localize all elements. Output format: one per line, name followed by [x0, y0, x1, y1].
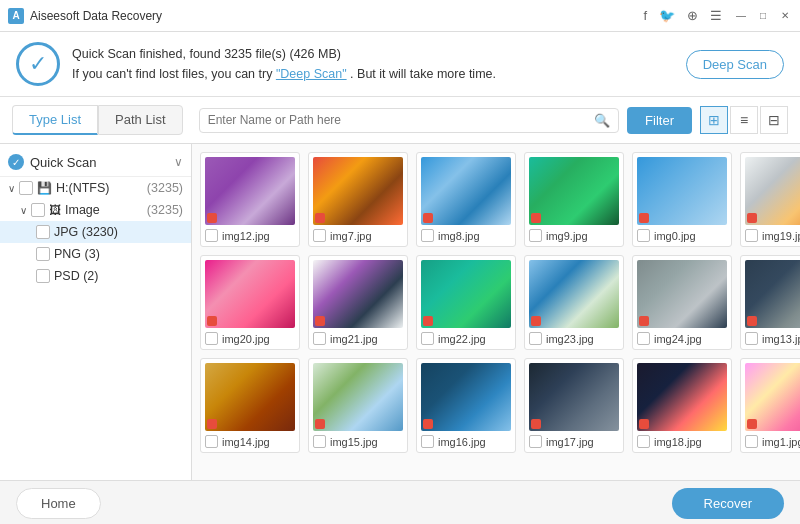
png-checkbox[interactable]: [36, 247, 50, 261]
file-delete-icon[interactable]: [315, 419, 325, 429]
file-delete-icon[interactable]: [423, 316, 433, 326]
file-delete-icon[interactable]: [747, 316, 757, 326]
app-icon: A: [8, 8, 24, 24]
file-item[interactable]: img21.jpg: [308, 255, 408, 350]
file-item[interactable]: img20.jpg: [200, 255, 300, 350]
file-thumbnail: [529, 260, 619, 328]
grid-view-button[interactable]: ⊞: [700, 106, 728, 134]
tab-path-list[interactable]: Path List: [98, 105, 183, 135]
file-delete-icon[interactable]: [423, 419, 433, 429]
quick-scan-row[interactable]: ✓ Quick Scan ∨: [0, 148, 191, 177]
file-checkbox[interactable]: [205, 435, 218, 448]
close-button[interactable]: ✕: [778, 9, 792, 23]
list-view-button[interactable]: ≡: [730, 106, 758, 134]
file-checkbox[interactable]: [313, 332, 326, 345]
png-label: PNG (3): [54, 247, 183, 261]
file-checkbox[interactable]: [637, 435, 650, 448]
file-checkbox[interactable]: [313, 435, 326, 448]
file-item[interactable]: img23.jpg: [524, 255, 624, 350]
file-checkbox[interactable]: [313, 229, 326, 242]
twitter-icon[interactable]: 🐦: [659, 8, 675, 23]
file-thumbnail: [421, 260, 511, 328]
file-item[interactable]: img0.jpg: [632, 152, 732, 247]
file-checkbox[interactable]: [745, 332, 758, 345]
details-view-button[interactable]: ⊟: [760, 106, 788, 134]
file-checkbox[interactable]: [205, 332, 218, 345]
file-item[interactable]: img17.jpg: [524, 358, 624, 453]
file-item[interactable]: img14.jpg: [200, 358, 300, 453]
file-delete-icon[interactable]: [639, 213, 649, 223]
file-checkbox[interactable]: [745, 229, 758, 242]
file-delete-icon[interactable]: [531, 213, 541, 223]
file-delete-icon[interactable]: [207, 419, 217, 429]
file-delete-icon[interactable]: [207, 316, 217, 326]
file-checkbox[interactable]: [421, 435, 434, 448]
file-delete-icon[interactable]: [747, 213, 757, 223]
file-checkbox[interactable]: [529, 435, 542, 448]
file-item[interactable]: img24.jpg: [632, 255, 732, 350]
image-checkbox[interactable]: [31, 203, 45, 217]
file-item[interactable]: img16.jpg: [416, 358, 516, 453]
tab-type-list[interactable]: Type List: [12, 105, 98, 135]
file-checkbox[interactable]: [421, 229, 434, 242]
title-bar-left: A Aiseesoft Data Recovery: [8, 8, 162, 24]
file-delete-icon[interactable]: [315, 316, 325, 326]
file-item[interactable]: img1.jpg: [740, 358, 800, 453]
file-name: img16.jpg: [438, 436, 511, 448]
psd-checkbox[interactable]: [36, 269, 50, 283]
file-checkbox[interactable]: [637, 332, 650, 345]
main-content: ✓ Quick Scan ∨ ∨ 💾 H:(NTFS) (3235) ∨ 🖼 I…: [0, 144, 800, 480]
filter-button[interactable]: Filter: [627, 107, 692, 134]
sidebar-item-drive[interactable]: ∨ 💾 H:(NTFS) (3235): [0, 177, 191, 199]
recover-button[interactable]: Recover: [672, 488, 784, 519]
file-thumbnail: [313, 157, 403, 225]
deep-scan-link[interactable]: "Deep Scan": [276, 67, 347, 81]
file-item[interactable]: img12.jpg: [200, 152, 300, 247]
psd-label: PSD (2): [54, 269, 183, 283]
file-checkbox[interactable]: [421, 332, 434, 345]
file-delete-icon[interactable]: [531, 316, 541, 326]
quick-scan-expand-icon[interactable]: ∨: [174, 155, 183, 169]
jpg-checkbox[interactable]: [36, 225, 50, 239]
sidebar-item-psd[interactable]: PSD (2): [0, 265, 191, 287]
file-item[interactable]: img19.jpg: [740, 152, 800, 247]
app-title: Aiseesoft Data Recovery: [30, 9, 162, 23]
file-item[interactable]: img7.jpg: [308, 152, 408, 247]
home-button[interactable]: Home: [16, 488, 101, 519]
file-item[interactable]: img15.jpg: [308, 358, 408, 453]
file-delete-icon[interactable]: [315, 213, 325, 223]
file-item[interactable]: img18.jpg: [632, 358, 732, 453]
drive-expand-icon: ∨: [8, 183, 15, 194]
file-item[interactable]: img13.jpg: [740, 255, 800, 350]
file-thumbnail: [745, 363, 800, 431]
file-delete-icon[interactable]: [639, 419, 649, 429]
deep-scan-button[interactable]: Deep Scan: [686, 50, 784, 79]
file-item[interactable]: img22.jpg: [416, 255, 516, 350]
search-input[interactable]: [208, 113, 594, 127]
file-checkbox[interactable]: [529, 332, 542, 345]
file-checkbox[interactable]: [745, 435, 758, 448]
file-checkbox[interactable]: [637, 229, 650, 242]
drive-count: (3235): [147, 181, 183, 195]
file-thumbnail: [205, 260, 295, 328]
file-delete-icon[interactable]: [531, 419, 541, 429]
file-item[interactable]: img9.jpg: [524, 152, 624, 247]
file-checkbox[interactable]: [529, 229, 542, 242]
file-delete-icon[interactable]: [207, 213, 217, 223]
file-delete-icon[interactable]: [423, 213, 433, 223]
file-delete-icon[interactable]: [639, 316, 649, 326]
sidebar-item-jpg[interactable]: JPG (3230): [0, 221, 191, 243]
file-checkbox[interactable]: [205, 229, 218, 242]
file-delete-icon[interactable]: [747, 419, 757, 429]
sidebar-item-png[interactable]: PNG (3): [0, 243, 191, 265]
file-item[interactable]: img8.jpg: [416, 152, 516, 247]
drive-checkbox[interactable]: [19, 181, 33, 195]
file-name: img15.jpg: [330, 436, 403, 448]
maximize-button[interactable]: □: [756, 9, 770, 23]
facebook-icon[interactable]: f: [643, 8, 647, 23]
minimize-button[interactable]: —: [734, 9, 748, 23]
menu-icon[interactable]: ☰: [710, 8, 722, 23]
file-name: img12.jpg: [222, 230, 295, 242]
sidebar-item-image[interactable]: ∨ 🖼 Image (3235): [0, 199, 191, 221]
share-icon[interactable]: ⊕: [687, 8, 698, 23]
